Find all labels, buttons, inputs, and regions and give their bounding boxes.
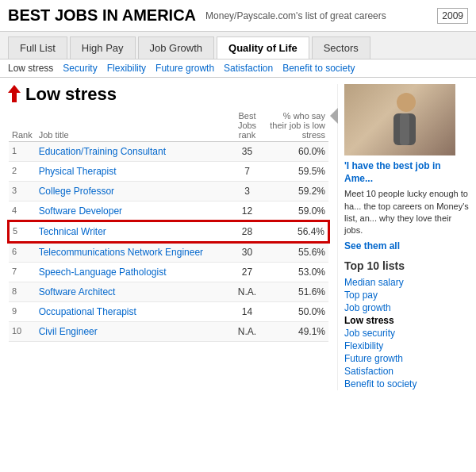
table-row: 4 Software Developer 12 59.0% xyxy=(9,201,328,222)
top10-item-satisfaction[interactable]: Satisfaction xyxy=(344,365,470,378)
promo-text: Meet 10 people lucky enough to ha... the… xyxy=(344,188,470,237)
person-illustration xyxy=(376,88,424,152)
header: BEST JOBS IN AMERICA Money/Payscale.com'… xyxy=(0,0,476,32)
top10-item-job-growth[interactable]: Job growth xyxy=(344,301,470,314)
tab-job-growth[interactable]: Job Growth xyxy=(138,36,214,59)
top10-title: Top 10 lists xyxy=(344,259,470,272)
header-subtitle: Money/Payscale.com's list of great caree… xyxy=(205,10,437,21)
top10-item-job-security[interactable]: Job security xyxy=(344,327,470,340)
subtab-future-growth[interactable]: Future growth xyxy=(155,63,214,74)
table-row: 8 Software Architect N.A. 51.6% xyxy=(9,282,328,302)
top10-item-benefit-to-society[interactable]: Benefit to society xyxy=(344,378,470,390)
table-row: 10 Civil Engineer N.A. 49.1% xyxy=(9,322,328,342)
col-pct: % who say their job is low stress xyxy=(265,109,328,142)
jobs-table: Rank Job title Best Jobs rank % who say … xyxy=(8,109,329,342)
table-row: 3 College Professor 3 59.2% xyxy=(9,182,328,201)
svg-rect-3 xyxy=(400,113,409,145)
col-rank: Rank xyxy=(9,109,36,142)
highlighted-row: 5 Technical Writer 28 56.4% xyxy=(9,221,328,242)
top10-list: Median salary Top pay Job growth Low str… xyxy=(344,276,470,390)
page-title: BEST JOBS IN AMERICA xyxy=(8,6,196,25)
col-best-jobs-rank: Best Jobs rank xyxy=(229,109,265,142)
main-tabs: Full List High Pay Job Growth Quality of… xyxy=(0,32,476,59)
right-panel: 'I have the best job in Ame... Meet 10 p… xyxy=(337,84,476,390)
top10-item-median-salary[interactable]: Median salary xyxy=(344,276,470,289)
section-title-row: Low stress xyxy=(8,84,329,105)
promo-link[interactable]: See them all xyxy=(344,240,470,251)
col-job-title: Job title xyxy=(36,109,229,142)
content-area: Low stress Rank Job title Best Jobs rank… xyxy=(0,78,476,390)
subtab-security[interactable]: Security xyxy=(63,63,97,74)
header-year: 2009 xyxy=(437,8,468,24)
svg-marker-0 xyxy=(8,85,21,102)
panel-chevron-icon xyxy=(330,108,338,124)
left-panel: Low stress Rank Job title Best Jobs rank… xyxy=(0,84,337,390)
subtab-flexibility[interactable]: Flexibility xyxy=(107,63,146,74)
table-row: 6 Telecommunications Network Engineer 30… xyxy=(9,242,328,263)
subtab-benefit[interactable]: Benefit to society xyxy=(282,63,355,74)
subtab-low-stress[interactable]: Low stress xyxy=(8,63,53,74)
tab-high-pay[interactable]: High Pay xyxy=(70,36,136,59)
table-row: 2 Physical Therapist 7 59.5% xyxy=(9,162,328,182)
top10-item-low-stress: Low stress xyxy=(344,314,470,327)
tab-sectors[interactable]: Sectors xyxy=(312,36,370,59)
sub-tabs: Low stress Security Flexibility Future g… xyxy=(0,59,476,78)
top10-item-top-pay[interactable]: Top pay xyxy=(344,289,470,301)
tab-full-list[interactable]: Full List xyxy=(8,36,67,59)
section-title: Low stress xyxy=(25,84,117,105)
tab-quality-of-life[interactable]: Quality of Life xyxy=(217,36,309,59)
promo-image xyxy=(344,84,455,155)
arrow-up-icon xyxy=(8,85,21,105)
top10-item-future-growth[interactable]: Future growth xyxy=(344,352,470,365)
table-row: 1 Education/Training Consultant 35 60.0% xyxy=(9,142,328,162)
table-row: 9 Occupational Therapist 14 50.0% xyxy=(9,302,328,322)
svg-point-1 xyxy=(397,93,416,112)
promo-title[interactable]: 'I have the best job in Ame... xyxy=(344,160,470,185)
subtab-satisfaction[interactable]: Satisfaction xyxy=(224,63,273,74)
table-row: 7 Speech-Language Pathologist 27 53.0% xyxy=(9,263,328,282)
top10-item-flexibility[interactable]: Flexibility xyxy=(344,340,470,352)
